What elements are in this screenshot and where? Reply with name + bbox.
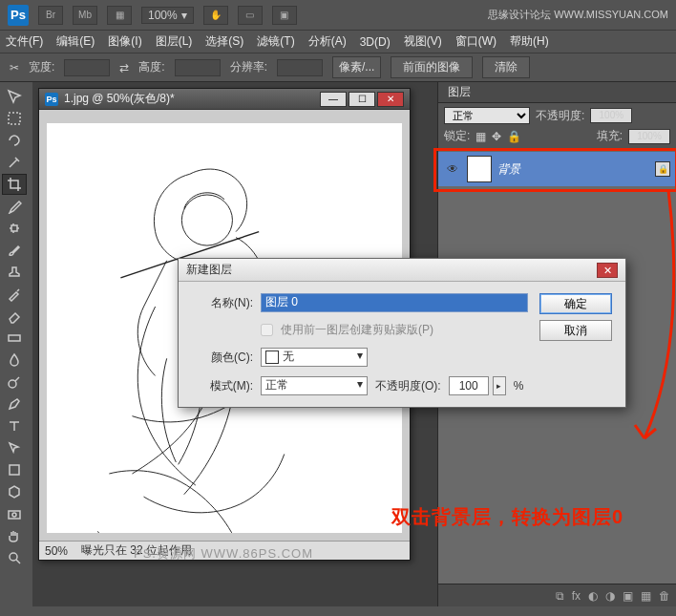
opacity-input[interactable]: 100 [449, 376, 489, 395]
lasso-tool[interactable] [2, 130, 27, 151]
history-brush-tool[interactable] [2, 284, 27, 305]
fill-label: 填充: [597, 128, 623, 144]
opt-height-label: 高度: [138, 59, 164, 75]
svg-rect-1 [9, 335, 20, 341]
menu-3d[interactable]: 3D(D) [360, 35, 391, 49]
gradient-tool[interactable] [2, 328, 27, 349]
forum-watermark: 思缘设计论坛 WWW.MISSYUAN.COM [488, 8, 668, 22]
opt-unit-dropdown[interactable]: 像素/... [332, 56, 381, 78]
menu-filter[interactable]: 滤镜(T) [257, 33, 294, 50]
menu-select[interactable]: 选择(S) [205, 33, 243, 50]
delete-layer-icon[interactable]: 🗑 [659, 589, 670, 603]
crop-tool[interactable] [2, 174, 27, 195]
opt-width-input[interactable] [64, 59, 110, 76]
menu-view[interactable]: 视图(V) [404, 33, 442, 50]
blur-tool[interactable] [2, 350, 27, 371]
opt-front-image-button[interactable]: 前面的图像 [391, 56, 473, 78]
wand-tool[interactable] [2, 152, 27, 173]
fill-value[interactable]: 100% [628, 129, 670, 144]
brush-tool[interactable] [2, 240, 27, 261]
menu-layer[interactable]: 图层(L) [156, 33, 193, 50]
new-layer-icon[interactable]: ▦ [641, 589, 651, 603]
options-bar: ✂ 宽度: ⇄ 高度: 分辨率: 像素/... 前面的图像 清除 [0, 53, 676, 82]
svg-point-6 [10, 553, 17, 561]
shape-tool[interactable] [2, 459, 27, 480]
document-titlebar[interactable]: Ps 1.jpg @ 50%(灰色/8)* — ☐ ✕ [39, 89, 410, 110]
layer-name-input[interactable]: 图层 0 [261, 293, 528, 312]
opt-width-label: 宽度: [29, 59, 54, 75]
bridge-button[interactable]: Br [38, 6, 63, 25]
3d-tool[interactable] [2, 481, 27, 502]
zoom-tool[interactable] [2, 547, 27, 568]
layer-style-icon[interactable]: fx [572, 589, 581, 603]
menu-image[interactable]: 图像(I) [108, 33, 141, 50]
hand-button[interactable]: ✋ [203, 6, 228, 25]
layer-group-icon[interactable]: ▣ [623, 589, 633, 603]
canvas-watermark: PS.资源网 WWW.86PS.COM [134, 545, 313, 563]
opt-res-input[interactable] [277, 59, 323, 76]
menu-edit[interactable]: 编辑(E) [56, 33, 95, 50]
layer-thumbnail[interactable] [467, 156, 492, 182]
menu-file[interactable]: 文件(F) [6, 33, 43, 50]
blend-mode-select[interactable]: 正常 [444, 107, 530, 124]
dodge-tool[interactable] [2, 372, 27, 393]
visibility-icon[interactable]: 👁 [444, 160, 461, 178]
annotation-text: 双击背景层，转换为图层0 [391, 504, 623, 530]
menu-help[interactable]: 帮助(H) [510, 33, 549, 50]
mode-label: 模式(M): [192, 378, 253, 394]
path-select-tool[interactable] [2, 437, 27, 458]
clip-mask-checkbox [261, 324, 273, 336]
opt-clear-button[interactable]: 清除 [482, 56, 530, 78]
opt-height-input[interactable] [175, 59, 221, 76]
opacity-stepper[interactable]: ▸ [493, 376, 506, 395]
new-layer-dialog: 新建图层 ✕ 名称(N): 图层 0 使用前一图层创建剪贴蒙版(P) 颜色(C)… [178, 258, 626, 408]
menu-window[interactable]: 窗口(W) [455, 33, 496, 50]
svg-point-7 [181, 195, 232, 245]
opacity-pct: % [514, 379, 524, 393]
cancel-button[interactable]: 取消 [539, 320, 612, 341]
swap-icon[interactable]: ⇄ [119, 61, 129, 74]
window-minimize[interactable]: — [320, 92, 347, 107]
dialog-title: 新建图层 [186, 262, 597, 278]
menu-bar: 文件(F) 编辑(E) 图像(I) 图层(L) 选择(S) 滤镜(T) 分析(A… [0, 31, 676, 53]
ok-button[interactable]: 确定 [539, 293, 612, 314]
color-label: 颜色(C): [192, 350, 253, 366]
view-extras-button[interactable]: ▦ [107, 6, 132, 25]
lock-position-icon[interactable]: ✥ [492, 130, 501, 143]
mode-select[interactable]: 正常▾ [261, 376, 368, 395]
window-maximize[interactable]: ☐ [349, 92, 375, 107]
lock-pixels-icon[interactable]: ▦ [475, 130, 486, 143]
eyedropper-tool[interactable] [2, 196, 27, 217]
marquee-tool[interactable] [2, 108, 27, 129]
pen-tool[interactable] [2, 393, 27, 414]
menu-analysis[interactable]: 分析(A) [308, 33, 347, 50]
link-layers-icon[interactable]: ⧉ [556, 589, 564, 603]
layer-mask-icon[interactable]: ◐ [588, 589, 598, 603]
adjustment-layer-icon[interactable]: ◑ [605, 589, 615, 603]
layer-row-background[interactable]: 👁 背景 🔒 [438, 152, 676, 186]
arrange-button[interactable]: ▭ [238, 6, 263, 25]
type-tool[interactable] [2, 415, 27, 436]
stamp-tool[interactable] [2, 262, 27, 283]
move-tool[interactable] [2, 86, 27, 107]
lock-all-icon[interactable]: 🔒 [507, 130, 521, 143]
layers-panel-tab[interactable]: 图层 [438, 82, 676, 103]
dialog-close-button[interactable]: ✕ [597, 263, 618, 278]
eraser-tool[interactable] [2, 306, 27, 327]
color-select[interactable]: 无 ▾ [261, 348, 368, 367]
hand-tool[interactable] [2, 525, 27, 546]
layer-name[interactable]: 背景 [497, 161, 520, 178]
opacity-value[interactable]: 100% [590, 108, 632, 123]
healing-tool[interactable] [2, 218, 27, 239]
opt-res-label: 分辨率: [230, 59, 267, 75]
doc-zoom-value[interactable]: 50% [45, 544, 68, 558]
opacity-label: 不透明度: [536, 108, 584, 124]
screen-mode-button[interactable]: ▣ [272, 6, 297, 25]
mini-bridge-button[interactable]: Mb [73, 6, 97, 25]
camera-tool[interactable] [2, 503, 27, 524]
svg-rect-4 [9, 511, 20, 519]
zoom-level-dropdown[interactable]: 100%▾ [141, 7, 194, 24]
opacity-label-dlg: 不透明度(O): [375, 378, 441, 394]
dialog-titlebar[interactable]: 新建图层 ✕ [179, 259, 625, 282]
window-close[interactable]: ✕ [377, 92, 404, 107]
